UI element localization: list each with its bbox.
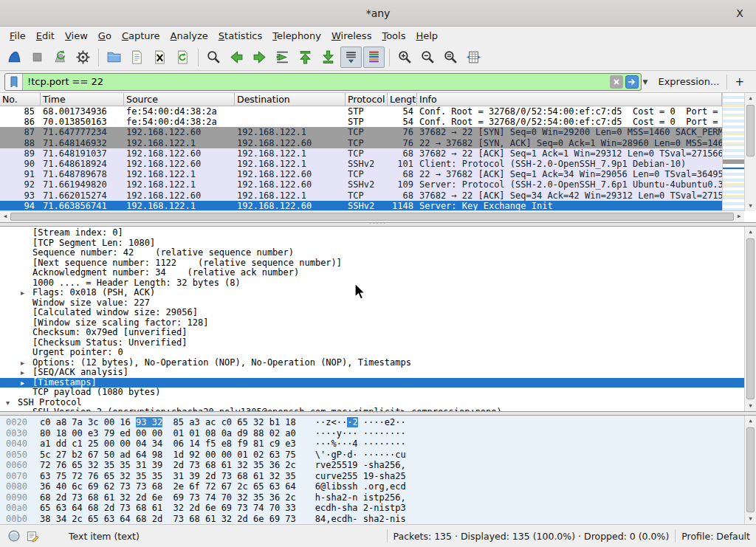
packet-row-92[interactable]: 9271.661949820192.168.122.1192.168.122.6… (0, 179, 722, 190)
expander-closed-icon[interactable]: ▸ (21, 288, 31, 298)
detail-line[interactable]: ▸Flags: 0x018 (PSH, ACK) (0, 288, 744, 298)
detail-line[interactable]: Checksum: 0x79ed [unverified] (0, 328, 744, 338)
detail-line[interactable]: [Calculated window size: 29056] (0, 308, 744, 318)
menu-go[interactable]: Go (93, 29, 117, 43)
menu-edit[interactable]: Edit (31, 29, 60, 43)
detail-line[interactable]: TCP payload (1080 bytes) (0, 388, 744, 398)
scroll-left-arrow-icon[interactable]: ◀ (0, 211, 10, 222)
add-filter-button[interactable]: + (727, 75, 752, 89)
detail-line[interactable]: ▸[Timestamps] (0, 378, 744, 388)
hex-row-00b0[interactable]: 00b038 34 2c 65 63 64 68 2d 73 68 61 32 … (0, 514, 744, 525)
filter-apply-button[interactable] (625, 75, 639, 89)
column-header-destination[interactable]: Destination (235, 93, 346, 106)
packet-list-header[interactable]: No.TimeSourceDestinationProtocolLengthIn… (0, 93, 722, 106)
capture-comment-icon[interactable] (27, 530, 39, 543)
go-last-packet-button[interactable] (317, 47, 339, 68)
hex-row-0040[interactable]: 0040a1 dd c1 25 00 00 04 34 06 14 f5 e8 … (0, 438, 744, 450)
hex-row-0020[interactable]: 0020c0 a8 7a 3c 00 16 93 32 85 a3 ac c0 … (0, 417, 744, 428)
detail-line[interactable]: Sequence number: 42 (relative sequence n… (0, 248, 744, 258)
status-profile[interactable]: Profile: Default (681, 531, 756, 542)
packet-row-90[interactable]: 9071.648618924192.168.122.60192.168.122.… (0, 159, 722, 169)
menu-view[interactable]: View (60, 29, 93, 43)
detail-line[interactable]: 1000 .... = Header Length: 32 bytes (8) (0, 278, 744, 289)
column-header-length[interactable]: Length (388, 93, 417, 106)
menu-tools[interactable]: Tools (377, 29, 410, 43)
intelligent-scrollbar-minimap[interactable] (722, 93, 744, 211)
go-first-packet-button[interactable] (295, 47, 316, 68)
packet-row-91[interactable]: 9171.648789678192.168.122.1192.168.122.6… (0, 169, 722, 179)
scroll-right-arrow-icon[interactable]: ▶ (734, 211, 744, 222)
stop-capture-button[interactable] (27, 47, 48, 68)
hex-row-00a0[interactable]: 00a065 63 64 68 2d 73 68 61 32 2d 6e 69 … (0, 503, 744, 514)
expander-closed-icon[interactable]: ▸ (21, 368, 31, 378)
packet-row-88[interactable]: 8871.648146932192.168.122.1192.168.122.6… (0, 138, 722, 148)
hex-row-0030[interactable]: 003080 18 00 e3 79 ed 00 00 01 01 08 0a … (0, 428, 744, 439)
expander-closed-icon[interactable]: ▸ (21, 358, 31, 368)
titlebar[interactable]: *any X (0, 0, 756, 27)
menu-capture[interactable]: Capture (117, 29, 165, 43)
menu-wireless[interactable]: Wireless (326, 29, 377, 43)
expander-open-icon[interactable]: ▾ (6, 398, 16, 408)
scrollbar-thumb[interactable] (746, 105, 755, 156)
menu-telephony[interactable]: Telephony (267, 29, 326, 43)
expert-info-icon[interactable] (7, 529, 21, 543)
packet-row-93[interactable]: 9371.662015274192.168.122.60192.168.122.… (0, 190, 722, 201)
bytes-vertical-scrollbar[interactable]: ▲ ▼ (744, 416, 756, 524)
go-back-button[interactable] (226, 47, 247, 68)
packet-row-94[interactable]: 9471.663856741192.168.122.1192.168.122.6… (0, 201, 722, 211)
detail-line[interactable]: [Next sequence number: 1122 (relative se… (0, 258, 744, 269)
detail-line[interactable]: Acknowledgment number: 34 (relative ack … (0, 268, 744, 278)
menu-analyze[interactable]: Analyze (165, 29, 213, 43)
menu-statistics[interactable]: Statistics (213, 29, 267, 43)
restart-capture-button[interactable] (49, 47, 71, 68)
scroll-down-arrow-icon[interactable]: ▼ (745, 401, 756, 411)
detail-line[interactable]: Window size value: 227 (0, 298, 744, 309)
scroll-up-arrow-icon[interactable]: ▲ (745, 227, 756, 237)
detail-line[interactable]: Urgent pointer: 0 (0, 348, 744, 358)
expression-button[interactable]: Expression... (650, 76, 726, 87)
column-header-source[interactable]: Source (124, 93, 235, 106)
packet-row-89[interactable]: 8971.648191037192.168.122.60192.168.122.… (0, 148, 722, 159)
menu-help[interactable]: Help (410, 29, 443, 43)
scroll-up-arrow-icon[interactable]: ▲ (745, 93, 756, 103)
packet-row-85[interactable]: 8568.001734936fe:54:00:d4:38:2aSTP54Conf… (0, 106, 722, 117)
resize-columns-button[interactable] (463, 47, 484, 68)
auto-scroll-button[interactable] (340, 47, 362, 68)
zoom-out-button[interactable] (417, 47, 439, 68)
column-header-info[interactable]: Info (417, 93, 722, 106)
detail-line[interactable]: ▸[SEQ/ACK analysis] (0, 368, 744, 378)
packet-row-86[interactable]: 8670.013850163fe:54:00:d4:38:2aSTP54Conf… (0, 117, 722, 127)
open-capture-file-button[interactable] (103, 47, 125, 68)
column-header-protocol[interactable]: Protocol (346, 93, 388, 106)
filter-history-caret[interactable]: ▼ (642, 78, 651, 86)
scroll-up-arrow-icon[interactable]: ▲ (745, 416, 756, 426)
close-capture-file-button[interactable] (149, 47, 171, 68)
scroll-down-arrow-icon[interactable]: ▼ (745, 201, 756, 211)
expander-closed-icon[interactable]: ▸ (21, 378, 31, 388)
go-to-packet-button[interactable] (272, 47, 293, 68)
detail-line[interactable]: [Checksum Status: Unverified] (0, 338, 744, 348)
hex-row-0080[interactable]: 008036 40 6c 69 62 73 73 68 2e 6f 72 67 … (0, 481, 744, 492)
menu-file[interactable]: File (4, 29, 31, 43)
capture-options-button[interactable] (72, 47, 94, 68)
detail-line[interactable]: ▸Options: (12 bytes), No-Operation (NOP)… (0, 358, 744, 368)
find-packet-button[interactable] (203, 47, 224, 68)
hex-row-0070[interactable]: 007063 75 72 76 65 32 35 35 31 39 2d 73 … (0, 471, 744, 482)
scrollbar-thumb[interactable] (746, 238, 755, 399)
packet-row-87[interactable]: 8771.647777234192.168.122.60192.168.122.… (0, 127, 722, 137)
details-vertical-scrollbar[interactable]: ▲ ▼ (744, 227, 756, 411)
wireshark-start-capture-button[interactable] (4, 47, 25, 68)
display-filter-input[interactable] (23, 74, 610, 90)
scrollbar-thumb[interactable] (746, 427, 755, 512)
zoom-in-button[interactable] (394, 47, 416, 68)
column-header-no[interactable]: No. (0, 93, 41, 106)
detail-line[interactable]: ▾SSH Protocol (0, 398, 744, 408)
colorize-packets-button[interactable] (363, 47, 385, 68)
detail-line[interactable]: [Stream index: 0] (0, 228, 744, 238)
close-window-button[interactable]: X (732, 6, 747, 21)
column-header-time[interactable]: Time (41, 93, 124, 106)
packet-list-vertical-scrollbar[interactable]: ▲ ▼ (744, 93, 756, 211)
scroll-down-arrow-icon[interactable]: ▼ (745, 514, 756, 524)
filter-bookmark-button[interactable] (5, 74, 23, 90)
reload-capture-file-button[interactable] (172, 47, 193, 68)
